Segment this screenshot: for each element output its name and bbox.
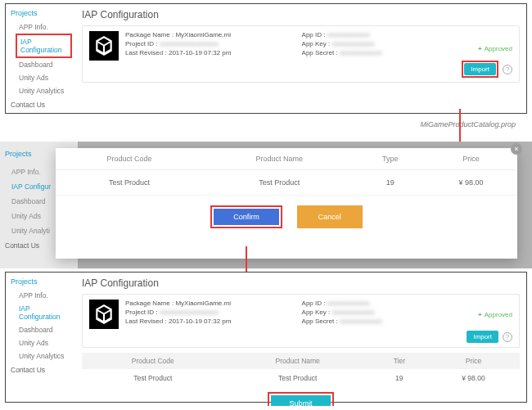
td2-code: Test Product xyxy=(82,369,224,387)
td-type: 19 xyxy=(356,170,426,196)
help-icon[interactable]: ? xyxy=(503,65,512,74)
pkg-value-2: MyXiaomiGame.mi xyxy=(175,300,231,307)
th2-code: Product Code xyxy=(82,353,224,369)
th2-price: Price xyxy=(427,353,520,369)
sidebar: Projects APP Info. IAP Configuration Das… xyxy=(6,4,75,113)
app-secret-value: xxxxxxxxxxxxx xyxy=(340,49,382,56)
th-price: Price xyxy=(425,148,517,170)
th-name: Product Name xyxy=(203,148,356,170)
status-badge-2: Approved xyxy=(478,300,512,329)
annotation-label: MiGameProductCatalog.prop xyxy=(420,120,516,128)
confirm-button[interactable]: Confirm xyxy=(214,209,279,225)
contact-us[interactable]: Contact Us xyxy=(11,101,72,109)
td2-tier: 19 xyxy=(372,369,427,387)
pkg-name-label: Package Name : xyxy=(125,31,174,38)
app-key-label: App Key : xyxy=(302,40,331,47)
nav-iap-config[interactable]: IAP Configuration xyxy=(16,34,72,58)
submit-button[interactable]: Submit xyxy=(271,395,330,406)
td-code: Test Product xyxy=(56,170,203,196)
pkg-name-value: MyXiaomiGame.mi xyxy=(175,31,231,38)
app-card: Package Name : MyXiaomiGame.mi Project I… xyxy=(82,25,520,83)
page-title-2: IAP Configuration xyxy=(82,277,520,289)
app-id-label: App ID : xyxy=(302,31,326,38)
nav-dashboard[interactable]: Dashboard xyxy=(16,58,72,71)
import-button[interactable]: Import xyxy=(464,63,496,75)
appsec-label-2: App Secret : xyxy=(302,318,338,325)
cancel-button[interactable]: Cancel xyxy=(297,205,363,228)
projects-link[interactable]: Projects xyxy=(11,9,72,17)
app-id-value: xxxxxxxxxxxxx xyxy=(327,31,370,38)
nav2-ads[interactable]: Unity Ads xyxy=(16,336,72,349)
td2-name: Test Product xyxy=(224,369,372,387)
app-key-value: xxxxxxxxxxxxx xyxy=(331,40,374,47)
nav-app-info[interactable]: APP Info. xyxy=(16,20,72,34)
appid-value-2: xxxxxxxxxxxxx xyxy=(327,300,370,307)
product-table: Product Code Product Name Tier Price Tes… xyxy=(82,353,520,387)
appkey-value-2: xxxxxxxxxxxxx xyxy=(331,309,374,316)
sidebar-bottom: Projects APP Info. IAP Configuration Das… xyxy=(6,273,75,402)
app-card-2: Package Name : MyXiaomiGame.mi Project I… xyxy=(82,294,520,348)
last-revised-value: 2017-10-19 07:32 pm xyxy=(169,49,232,56)
th2-tier: Tier xyxy=(372,353,427,369)
import-button-2[interactable]: Import xyxy=(467,331,498,343)
nav2-dash[interactable]: Dashboard xyxy=(16,323,72,336)
appsec-value-2: xxxxxxxxxxxxx xyxy=(340,318,382,325)
th2-name: Product Name xyxy=(224,353,372,369)
sidebar-nav: APP Info. IAP Configuration Dashboard Un… xyxy=(11,20,72,97)
rev-label-2: Last Revised : xyxy=(125,318,167,325)
rev-value-2: 2017-10-19 07:32 pm xyxy=(169,318,232,325)
last-revised-label: Last Revised : xyxy=(125,49,167,56)
nav2-app-info[interactable]: APP Info. xyxy=(16,289,72,302)
close-icon[interactable]: × xyxy=(511,143,522,155)
th-code: Product Code xyxy=(56,148,203,170)
proj-value-2: xxxxxxxxxxxxxxxxxx xyxy=(160,309,219,316)
page-title: IAP Configuration xyxy=(82,9,520,20)
main-top: IAP Configuration Package Name : MyXiaom… xyxy=(75,4,526,113)
appid-label-2: App ID : xyxy=(302,300,326,307)
contact-us-2[interactable]: Contact Us xyxy=(11,366,72,374)
td2-price: ¥ 98.00 xyxy=(427,369,520,387)
th-type: Type xyxy=(356,148,426,170)
main-bottom: IAP Configuration Package Name : MyXiaom… xyxy=(75,273,526,402)
unity-logo-icon xyxy=(89,31,119,61)
td-name: Test Product xyxy=(203,170,356,196)
app-secret-label: App Secret : xyxy=(302,49,338,56)
projects-link-2[interactable]: Projects xyxy=(11,277,72,286)
nav2-analytics[interactable]: Unity Analytics xyxy=(16,349,72,363)
nav-unity-ads[interactable]: Unity Ads xyxy=(16,71,72,84)
unity-logo-icon-2 xyxy=(89,300,119,329)
nav-unity-analytics[interactable]: Unity Analytics xyxy=(16,84,72,97)
appkey-label-2: App Key : xyxy=(302,309,331,316)
confirm-modal: × Product Code Product Name Type Price T… xyxy=(56,148,517,259)
proj-label-2: Project ID : xyxy=(125,309,158,316)
pkg-label-2: Package Name : xyxy=(125,300,174,307)
nav2-iap[interactable]: IAP Configuration xyxy=(16,302,72,323)
project-id-label: Project ID : xyxy=(125,40,158,47)
td-price: ¥ 98.00 xyxy=(425,170,517,196)
table-row-2: Test Product Test Product 19 ¥ 98.00 xyxy=(82,369,520,387)
table-row: Test Product Test Product 19 ¥ 98.00 xyxy=(56,170,517,196)
project-id-value: xxxxxxxxxxxxxxxxxx xyxy=(160,40,219,47)
help-icon-2[interactable]: ? xyxy=(503,332,512,342)
